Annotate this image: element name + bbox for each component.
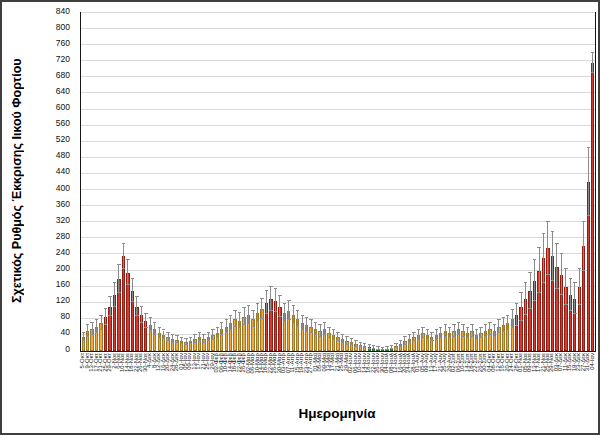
error-bar-cap [551, 280, 554, 281]
error-bar [275, 289, 276, 312]
error-bar-cap [86, 324, 89, 325]
error-bar-cap [582, 221, 585, 222]
error-bar-cap [113, 306, 116, 307]
error-bar-cap [135, 296, 138, 297]
error-bar-cap [350, 344, 353, 345]
error-bar-cap [336, 332, 339, 333]
error-bar-cap [457, 334, 460, 335]
error-bar-cap [149, 317, 152, 318]
error-bar-cap [184, 338, 187, 339]
bar-series [81, 13, 595, 351]
error-bar-cap [131, 278, 134, 279]
error-bar-cap [430, 332, 433, 333]
error-bar-cap [385, 346, 388, 347]
error-bar-cap [479, 327, 482, 328]
y-tick-label: 440 [56, 167, 70, 176]
y-tick-label: 400 [56, 184, 70, 193]
error-bar-cap [573, 313, 576, 314]
error-bar-cap [86, 336, 89, 337]
error-bar [516, 304, 517, 327]
y-tick-label: 800 [56, 23, 70, 32]
error-bar-cap [175, 335, 178, 336]
y-tick-label: 80 [61, 312, 70, 321]
y-axis-tick-labels: 0408012016020024028032036040044048052056… [42, 12, 76, 350]
y-tick-label: 600 [56, 103, 70, 112]
error-bar-cap [108, 296, 111, 297]
error-bar-cap [126, 284, 129, 285]
error-bar-cap [104, 308, 107, 309]
y-tick-label: 360 [56, 200, 70, 209]
error-bar-cap [158, 337, 161, 338]
error-bar-cap [287, 319, 290, 320]
error-bar-cap [309, 319, 312, 320]
error-bar-cap [327, 327, 330, 328]
y-tick-label: 640 [56, 87, 70, 96]
error-bar-cap [207, 340, 210, 341]
error-bar-cap [95, 332, 98, 333]
bar-slot [590, 13, 594, 351]
error-bar-cap [153, 322, 156, 323]
error-bar [145, 314, 146, 328]
error-bar-cap [403, 344, 406, 345]
error-bar-cap [368, 348, 371, 349]
error-bar-cap [175, 342, 178, 343]
error-bar-cap [479, 337, 482, 338]
y-tick-label: 200 [56, 264, 70, 273]
error-bar [101, 316, 102, 330]
error-bar-cap [560, 294, 563, 295]
error-bar-cap [560, 253, 563, 254]
error-bar [583, 222, 584, 270]
error-bar-cap [117, 292, 120, 293]
error-bar-cap [202, 342, 205, 343]
error-bar [503, 318, 504, 332]
error-bar-cap [99, 315, 102, 316]
error-bar-cap [426, 339, 429, 340]
error-bar-cap [399, 340, 402, 341]
error-bar-cap [171, 334, 174, 335]
error-bar-cap [524, 314, 527, 315]
error-bar-cap [189, 337, 192, 338]
error-bar-cap [220, 334, 223, 335]
error-bar-cap [233, 326, 236, 327]
error-bar [512, 310, 513, 328]
error-bar-cap [90, 334, 93, 335]
error-bar [235, 311, 236, 327]
error-bar-cap [309, 332, 312, 333]
error-bar [547, 222, 548, 274]
error-bar-cap [278, 295, 281, 296]
plot-area [80, 12, 596, 352]
error-bar-cap [372, 345, 375, 346]
error-bar-cap [376, 349, 379, 350]
error-bar [525, 283, 526, 315]
x-axis-title: Ημερομηνία [80, 406, 594, 421]
error-bar-cap [345, 344, 348, 345]
error-bar-cap [497, 319, 500, 320]
error-bar [127, 260, 128, 284]
error-bar-cap [82, 332, 85, 333]
error-bar-cap [220, 322, 223, 323]
error-bar-cap [287, 300, 290, 301]
error-bar-cap [193, 334, 196, 335]
error-bar-cap [144, 327, 147, 328]
error-bar-cap [555, 243, 558, 244]
error-bar-cap [435, 329, 438, 330]
error-bar-cap [591, 52, 594, 53]
error-bar-cap [345, 336, 348, 337]
y-tick-label: 0 [65, 345, 70, 354]
error-bar-cap [332, 329, 335, 330]
error-bar-cap [488, 334, 491, 335]
error-bar-cap [229, 329, 232, 330]
error-bar-cap [466, 337, 469, 338]
error-bar-cap [363, 343, 366, 344]
error-bar-cap [180, 343, 183, 344]
error-bar-cap [524, 282, 527, 283]
error-bar [253, 311, 254, 327]
error-bar-cap [515, 325, 518, 326]
error-bar [132, 279, 133, 302]
error-bar [556, 244, 557, 288]
error-bar-cap [533, 259, 536, 260]
error-bar-cap [394, 347, 397, 348]
error-bar [266, 291, 267, 314]
error-bar-cap [528, 308, 531, 309]
error-bar-cap [466, 327, 469, 328]
